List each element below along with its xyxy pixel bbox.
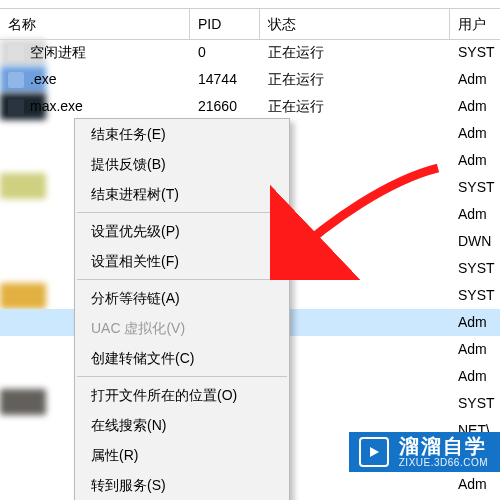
menu-item-label: 提供反馈(B) [91,156,166,172]
cell-name-text: 空闲进程 [30,39,86,66]
menu-item[interactable]: 分析等待链(A) [75,283,289,313]
process-icon [8,72,24,88]
cell-pid: 0 [190,39,260,66]
menu-item-label: 结束任务(E) [91,126,166,142]
menu-item[interactable]: 设置优先级(P) [75,216,289,246]
top-spacer [0,0,500,8]
menu-item-label: 转到服务(S) [91,477,166,493]
menu-item-label: 结束进程树(T) [91,186,179,202]
cell-user: Adm [450,336,500,363]
cell-name-text: .exe [30,66,56,93]
column-header-pid[interactable]: PID [190,9,260,39]
menu-item[interactable]: 设置相关性(F) [75,246,289,276]
cell-user: SYST [450,255,500,282]
menu-item-label: UAC 虚拟化(V) [91,320,185,336]
cell-user: Adm [450,147,500,174]
watermark-text: 溜溜自学 ZIXUE.3D66.COM [399,436,488,468]
menu-item-label: 创建转储文件(C) [91,350,194,366]
cell-user: SYST [450,39,500,66]
cell-user: DWN [450,228,500,255]
cell-status: 正在运行 [260,93,450,120]
process-icon [8,45,24,61]
cell-status: 正在运行 [260,39,450,66]
submenu-arrow-icon [273,224,279,234]
column-header-status[interactable]: 状态 [260,9,450,39]
menu-item-label: 分析等待链(A) [91,290,180,306]
table-row[interactable]: max.exe21660正在运行Adm [0,93,500,120]
column-header-name[interactable]: 名称 [0,9,190,39]
table-row[interactable]: 空闲进程0正在运行SYST [0,39,500,66]
menu-separator [77,279,287,280]
cell-pid: 14744 [190,66,260,93]
watermark-badge: 溜溜自学 ZIXUE.3D66.COM [349,432,500,472]
cell-user: Adm [450,93,500,120]
cell-user: Adm [450,120,500,147]
column-headers: 名称 PID 状态 用户 [0,8,500,40]
menu-item[interactable]: 转到服务(S) [75,470,289,500]
menu-item[interactable]: 结束任务(E) [75,119,289,149]
cell-status: 正在运行 [260,66,450,93]
context-menu: 结束任务(E)提供反馈(B)结束进程树(T)设置优先级(P)设置相关性(F)分析… [74,118,290,500]
menu-item[interactable]: 创建转储文件(C) [75,343,289,373]
menu-item[interactable]: 在线搜索(N) [75,410,289,440]
menu-item-label: 打开文件所在的位置(O) [91,387,237,403]
menu-separator [77,376,287,377]
cell-user: Adm [450,471,500,498]
table-row[interactable]: .exe14744正在运行Adm [0,66,500,93]
cell-user: Adm [450,363,500,390]
column-header-user[interactable]: 用户 [450,9,500,39]
cell-user: SYST [450,390,500,417]
play-logo-icon [359,437,389,467]
cell-name-text: max.exe [30,93,83,120]
menu-separator [77,212,287,213]
cell-name: max.exe [0,93,190,120]
cell-user: Adm [450,66,500,93]
menu-item[interactable]: 结束进程树(T) [75,179,289,209]
menu-item[interactable]: 属性(R) [75,440,289,470]
cell-name: .exe [0,66,190,93]
menu-item[interactable]: 打开文件所在的位置(O) [75,380,289,410]
cell-user: SYST [450,282,500,309]
cell-pid: 21660 [190,93,260,120]
menu-item-label: 设置优先级(P) [91,223,180,239]
cell-user: Adm [450,309,500,336]
menu-item[interactable]: 提供反馈(B) [75,149,289,179]
menu-item-label: 在线搜索(N) [91,417,166,433]
cell-user: SYST [450,174,500,201]
process-icon [8,99,24,115]
menu-item: UAC 虚拟化(V) [75,313,289,343]
menu-item-label: 设置相关性(F) [91,253,179,269]
cell-user: Adm [450,201,500,228]
cell-name: 空闲进程 [0,39,190,66]
menu-item-label: 属性(R) [91,447,138,463]
task-manager-details-view: 名称 PID 状态 用户 空闲进程0正在运行SYST.exe14744正在运行A… [0,0,500,500]
